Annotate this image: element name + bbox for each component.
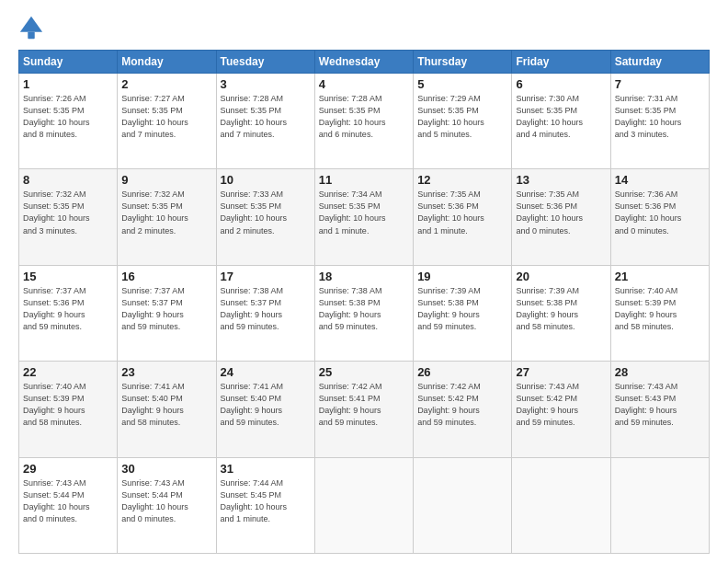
day-info: Sunrise: 7:44 AM Sunset: 5:45 PM Dayligh… bbox=[221, 477, 311, 525]
day-number: 28 bbox=[615, 365, 705, 379]
day-info: Sunrise: 7:38 AM Sunset: 5:37 PM Dayligh… bbox=[221, 285, 311, 333]
day-info: Sunrise: 7:42 AM Sunset: 5:42 PM Dayligh… bbox=[417, 381, 507, 429]
calendar-cell: 18Sunrise: 7:38 AM Sunset: 5:38 PM Dayli… bbox=[314, 265, 413, 361]
day-number: 16 bbox=[121, 270, 211, 283]
day-number: 14 bbox=[615, 173, 705, 187]
day-info: Sunrise: 7:33 AM Sunset: 5:35 PM Dayligh… bbox=[221, 189, 311, 236]
calendar-cell: 5Sunrise: 7:29 AM Sunset: 5:35 PM Daylig… bbox=[414, 74, 512, 169]
day-number: 6 bbox=[516, 77, 606, 91]
week-row-2: 8Sunrise: 7:32 AM Sunset: 5:35 PM Daylig… bbox=[19, 169, 710, 265]
svg-marker-0 bbox=[20, 17, 42, 32]
day-number: 7 bbox=[615, 77, 705, 91]
day-info: Sunrise: 7:40 AM Sunset: 5:39 PM Dayligh… bbox=[615, 285, 705, 333]
weekday-header-row: SundayMondayTuesdayWednesdayThursdayFrid… bbox=[19, 51, 710, 74]
week-row-4: 22Sunrise: 7:40 AM Sunset: 5:39 PM Dayli… bbox=[19, 362, 710, 457]
calendar-cell: 6Sunrise: 7:30 AM Sunset: 5:35 PM Daylig… bbox=[512, 74, 610, 169]
page: SundayMondayTuesdayWednesdayThursdayFrid… bbox=[0, 0, 728, 563]
day-info: Sunrise: 7:35 AM Sunset: 5:36 PM Dayligh… bbox=[516, 189, 606, 236]
day-number: 8 bbox=[23, 173, 113, 187]
day-info: Sunrise: 7:39 AM Sunset: 5:38 PM Dayligh… bbox=[417, 285, 507, 333]
day-info: Sunrise: 7:30 AM Sunset: 5:35 PM Dayligh… bbox=[516, 93, 606, 141]
calendar-cell: 28Sunrise: 7:43 AM Sunset: 5:43 PM Dayli… bbox=[610, 362, 709, 457]
calendar-cell: 9Sunrise: 7:32 AM Sunset: 5:35 PM Daylig… bbox=[118, 169, 216, 265]
calendar-cell: 1Sunrise: 7:26 AM Sunset: 5:35 PM Daylig… bbox=[19, 74, 118, 169]
day-number: 30 bbox=[121, 462, 211, 476]
calendar-cell: 14Sunrise: 7:36 AM Sunset: 5:36 PM Dayli… bbox=[610, 169, 709, 265]
day-number: 22 bbox=[23, 365, 113, 379]
weekday-wednesday: Wednesday bbox=[314, 51, 413, 74]
day-number: 3 bbox=[221, 77, 311, 91]
day-info: Sunrise: 7:31 AM Sunset: 5:35 PM Dayligh… bbox=[615, 93, 705, 141]
calendar-cell bbox=[414, 457, 512, 553]
day-info: Sunrise: 7:43 AM Sunset: 5:42 PM Dayligh… bbox=[516, 381, 606, 429]
week-row-1: 1Sunrise: 7:26 AM Sunset: 5:35 PM Daylig… bbox=[19, 74, 710, 169]
header bbox=[18, 15, 710, 40]
calendar-cell: 19Sunrise: 7:39 AM Sunset: 5:38 PM Dayli… bbox=[414, 265, 512, 361]
calendar-body: 1Sunrise: 7:26 AM Sunset: 5:35 PM Daylig… bbox=[19, 74, 710, 554]
calendar-cell: 17Sunrise: 7:38 AM Sunset: 5:37 PM Dayli… bbox=[216, 265, 314, 361]
day-info: Sunrise: 7:43 AM Sunset: 5:43 PM Dayligh… bbox=[615, 381, 705, 429]
calendar-cell: 8Sunrise: 7:32 AM Sunset: 5:35 PM Daylig… bbox=[19, 169, 118, 265]
day-info: Sunrise: 7:27 AM Sunset: 5:35 PM Dayligh… bbox=[121, 93, 211, 141]
calendar-cell: 13Sunrise: 7:35 AM Sunset: 5:36 PM Dayli… bbox=[512, 169, 610, 265]
day-info: Sunrise: 7:29 AM Sunset: 5:35 PM Dayligh… bbox=[417, 93, 507, 141]
day-number: 27 bbox=[516, 365, 606, 379]
day-info: Sunrise: 7:37 AM Sunset: 5:37 PM Dayligh… bbox=[121, 285, 211, 333]
day-number: 5 bbox=[417, 77, 507, 91]
day-info: Sunrise: 7:35 AM Sunset: 5:36 PM Dayligh… bbox=[417, 189, 507, 236]
day-number: 18 bbox=[319, 270, 409, 283]
logo bbox=[18, 15, 48, 40]
weekday-saturday: Saturday bbox=[610, 51, 709, 74]
day-number: 12 bbox=[417, 173, 507, 187]
weekday-monday: Monday bbox=[118, 51, 216, 74]
calendar-cell: 10Sunrise: 7:33 AM Sunset: 5:35 PM Dayli… bbox=[216, 169, 314, 265]
day-info: Sunrise: 7:43 AM Sunset: 5:44 PM Dayligh… bbox=[23, 477, 113, 525]
calendar-cell: 12Sunrise: 7:35 AM Sunset: 5:36 PM Dayli… bbox=[414, 169, 512, 265]
day-info: Sunrise: 7:41 AM Sunset: 5:40 PM Dayligh… bbox=[221, 381, 311, 429]
calendar-cell bbox=[314, 457, 413, 553]
day-info: Sunrise: 7:37 AM Sunset: 5:36 PM Dayligh… bbox=[23, 285, 113, 333]
week-row-3: 15Sunrise: 7:37 AM Sunset: 5:36 PM Dayli… bbox=[19, 265, 710, 361]
day-info: Sunrise: 7:32 AM Sunset: 5:35 PM Dayligh… bbox=[23, 189, 113, 236]
day-info: Sunrise: 7:28 AM Sunset: 5:35 PM Dayligh… bbox=[221, 93, 311, 141]
day-info: Sunrise: 7:43 AM Sunset: 5:44 PM Dayligh… bbox=[121, 477, 211, 525]
svg-rect-1 bbox=[28, 32, 34, 39]
calendar-cell: 21Sunrise: 7:40 AM Sunset: 5:39 PM Dayli… bbox=[610, 265, 709, 361]
day-number: 15 bbox=[23, 270, 113, 283]
calendar-cell: 16Sunrise: 7:37 AM Sunset: 5:37 PM Dayli… bbox=[118, 265, 216, 361]
day-number: 1 bbox=[23, 77, 113, 91]
day-number: 25 bbox=[319, 365, 409, 379]
day-info: Sunrise: 7:40 AM Sunset: 5:39 PM Dayligh… bbox=[23, 381, 113, 429]
day-number: 24 bbox=[221, 365, 311, 379]
calendar-cell: 20Sunrise: 7:39 AM Sunset: 5:38 PM Dayli… bbox=[512, 265, 610, 361]
day-info: Sunrise: 7:34 AM Sunset: 5:35 PM Dayligh… bbox=[319, 189, 409, 236]
day-number: 23 bbox=[121, 365, 211, 379]
calendar-cell: 22Sunrise: 7:40 AM Sunset: 5:39 PM Dayli… bbox=[19, 362, 118, 457]
weekday-friday: Friday bbox=[512, 51, 610, 74]
calendar-cell: 25Sunrise: 7:42 AM Sunset: 5:41 PM Dayli… bbox=[314, 362, 413, 457]
day-number: 31 bbox=[221, 462, 311, 476]
calendar-cell: 31Sunrise: 7:44 AM Sunset: 5:45 PM Dayli… bbox=[216, 457, 314, 553]
day-info: Sunrise: 7:32 AM Sunset: 5:35 PM Dayligh… bbox=[121, 189, 211, 236]
day-number: 19 bbox=[417, 270, 507, 283]
day-number: 26 bbox=[417, 365, 507, 379]
weekday-tuesday: Tuesday bbox=[216, 51, 314, 74]
day-info: Sunrise: 7:26 AM Sunset: 5:35 PM Dayligh… bbox=[23, 93, 113, 141]
calendar-cell: 23Sunrise: 7:41 AM Sunset: 5:40 PM Dayli… bbox=[118, 362, 216, 457]
day-number: 9 bbox=[121, 173, 211, 187]
day-info: Sunrise: 7:38 AM Sunset: 5:38 PM Dayligh… bbox=[319, 285, 409, 333]
calendar-cell: 26Sunrise: 7:42 AM Sunset: 5:42 PM Dayli… bbox=[414, 362, 512, 457]
day-number: 2 bbox=[121, 77, 211, 91]
day-number: 17 bbox=[221, 270, 311, 283]
day-number: 10 bbox=[221, 173, 311, 187]
day-number: 20 bbox=[516, 270, 606, 283]
weekday-thursday: Thursday bbox=[414, 51, 512, 74]
calendar-cell: 2Sunrise: 7:27 AM Sunset: 5:35 PM Daylig… bbox=[118, 74, 216, 169]
logo-icon bbox=[18, 15, 44, 40]
day-info: Sunrise: 7:39 AM Sunset: 5:38 PM Dayligh… bbox=[516, 285, 606, 333]
day-number: 29 bbox=[23, 462, 113, 476]
day-number: 11 bbox=[319, 173, 409, 187]
calendar-cell: 24Sunrise: 7:41 AM Sunset: 5:40 PM Dayli… bbox=[216, 362, 314, 457]
calendar-cell: 15Sunrise: 7:37 AM Sunset: 5:36 PM Dayli… bbox=[19, 265, 118, 361]
day-info: Sunrise: 7:42 AM Sunset: 5:41 PM Dayligh… bbox=[319, 381, 409, 429]
